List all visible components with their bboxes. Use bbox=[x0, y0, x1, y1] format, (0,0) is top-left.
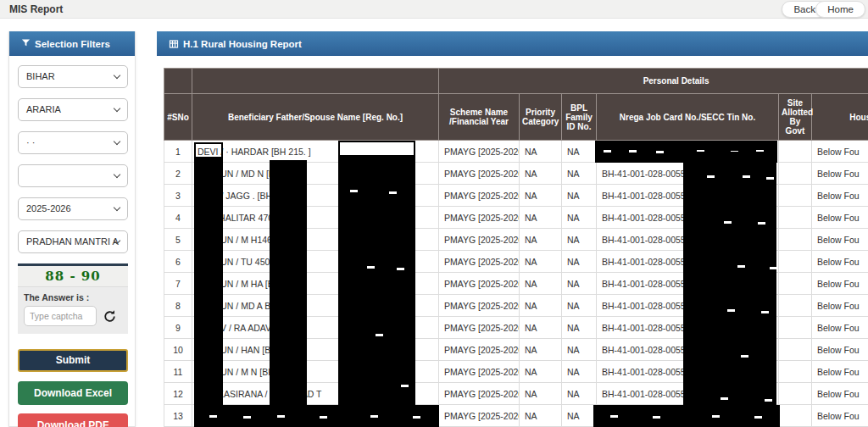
cell-bpl: NA bbox=[562, 229, 597, 251]
cell-scheme: PMAYG [2025-2026] bbox=[439, 383, 520, 405]
cell-sno: 11 bbox=[164, 361, 192, 383]
cell-house: Below Fou bbox=[812, 273, 868, 295]
group-header-personal-details: Personal Details bbox=[439, 69, 868, 94]
cell-site bbox=[779, 207, 812, 229]
cell-scheme: PMAYG [2025-2026] bbox=[439, 295, 520, 317]
cell-bpl: NA bbox=[562, 295, 597, 317]
column-header-row: #SNo Beneficiary Father/Spouse Name [Reg… bbox=[164, 94, 868, 141]
panchayat-select[interactable] bbox=[18, 164, 128, 187]
cell-site bbox=[779, 295, 812, 317]
cell-sno: 2 bbox=[164, 163, 192, 185]
redaction-box bbox=[593, 405, 780, 427]
filter-icon bbox=[21, 38, 31, 49]
cell-scheme: PMAYG [2025-2026] bbox=[439, 405, 520, 427]
cell-scheme: PMAYG [2025-2026] bbox=[439, 339, 520, 361]
submit-button[interactable]: Submit bbox=[18, 349, 128, 372]
redaction-box bbox=[683, 152, 776, 408]
cell-house: Below Fou bbox=[812, 339, 868, 361]
chevron-down-icon bbox=[114, 138, 120, 145]
redaction-outline-box bbox=[338, 141, 415, 157]
scheme-select-value: PRADHAN MANTRI A bbox=[26, 236, 119, 247]
cell-priority: NA bbox=[520, 229, 562, 251]
cell-sno: 6 bbox=[164, 251, 192, 273]
cell-priority: NA bbox=[520, 207, 562, 229]
cell-sno: 9 bbox=[164, 317, 192, 339]
cell-priority: NA bbox=[520, 295, 562, 317]
selection-filters-panel: Selection Filters BIHAR ARARIA · · 2025-… bbox=[8, 31, 136, 427]
cell-sno: 3 bbox=[164, 185, 192, 207]
cell-sno: 1 bbox=[164, 141, 192, 163]
cell-house: Below Fou bbox=[812, 295, 868, 317]
cell-priority: NA bbox=[520, 383, 562, 405]
cell-site bbox=[779, 163, 812, 185]
redaction-box bbox=[338, 156, 415, 427]
cell-bpl: NA bbox=[562, 251, 597, 273]
cell-sno: 13 bbox=[164, 405, 192, 427]
download-excel-button[interactable]: Download Excel bbox=[18, 381, 128, 405]
chevron-down-icon bbox=[114, 204, 120, 211]
district-select-value: ARARIA bbox=[26, 104, 61, 114]
cell-bpl: NA bbox=[562, 339, 597, 361]
captcha-input[interactable] bbox=[24, 306, 97, 326]
refresh-captcha-icon[interactable] bbox=[103, 309, 117, 324]
cell-scheme: PMAYG [2025-2026] bbox=[439, 207, 520, 229]
cell-site bbox=[779, 339, 812, 361]
cell-priority: NA bbox=[520, 185, 562, 207]
state-select-value: BIHAR bbox=[26, 71, 55, 81]
cell-scheme: PMAYG [2025-2026] bbox=[439, 229, 520, 251]
report-title: H.1 Rural Housing Report bbox=[183, 39, 302, 49]
cell-site bbox=[779, 383, 812, 405]
cell-priority: NA bbox=[520, 361, 562, 383]
year-select-value: 2025-2026 bbox=[26, 203, 71, 214]
cell-priority: NA bbox=[520, 405, 562, 427]
top-bar: MIS Report Back Home bbox=[0, 0, 868, 19]
year-select[interactable]: 2025-2026 bbox=[18, 197, 128, 220]
col-header-scheme: Scheme Name /Financial Year bbox=[439, 94, 520, 141]
cell-site bbox=[779, 405, 812, 427]
cell-priority: NA bbox=[520, 251, 562, 273]
cell-house: Below Fou bbox=[812, 163, 868, 185]
selection-filters-header: Selection Filters bbox=[9, 31, 135, 56]
cell-scheme: PMAYG [2025-2026] bbox=[439, 251, 520, 273]
table-grid-icon bbox=[169, 39, 179, 49]
report-header: H.1 Rural Housing Report bbox=[157, 31, 868, 56]
cell-priority: NA bbox=[520, 339, 562, 361]
redaction-box bbox=[194, 405, 439, 427]
cell-house: Below Fou bbox=[812, 361, 868, 383]
cell-house: Below Fou bbox=[812, 207, 868, 229]
cell-site bbox=[779, 141, 812, 163]
download-pdf-button[interactable]: Download PDF bbox=[18, 413, 128, 427]
col-header-sno: #SNo bbox=[164, 94, 192, 141]
cell-sno: 10 bbox=[164, 339, 192, 361]
chevron-down-icon bbox=[114, 72, 120, 79]
captcha-box: 88 - 90 The Answer is : bbox=[18, 263, 128, 334]
cell-scheme: PMAYG [2025-2026] bbox=[439, 185, 520, 207]
chevron-down-icon bbox=[114, 105, 120, 112]
cell-sno: 5 bbox=[164, 229, 192, 251]
cell-site bbox=[779, 185, 812, 207]
cell-bpl: NA bbox=[562, 405, 597, 427]
cell-site bbox=[779, 273, 812, 295]
col-header-bpl: BPL Family ID No. bbox=[562, 94, 597, 141]
cell-house: Below Fou bbox=[812, 383, 868, 405]
cell-house: Below Fou bbox=[812, 405, 868, 427]
home-button[interactable]: Home bbox=[815, 1, 865, 18]
group-header-empty bbox=[164, 69, 192, 94]
state-select[interactable]: BIHAR bbox=[18, 65, 128, 88]
cell-scheme: PMAYG [2025-2026] bbox=[439, 361, 520, 383]
cell-site bbox=[779, 229, 812, 251]
cell-priority: NA bbox=[520, 317, 562, 339]
block-select[interactable]: · · bbox=[18, 131, 128, 154]
scheme-select[interactable]: PRADHAN MANTRI A bbox=[18, 230, 128, 253]
cell-house: Below Fou bbox=[812, 317, 868, 339]
cell-bpl: NA bbox=[562, 361, 597, 383]
page-title: MIS Report bbox=[9, 3, 63, 15]
redaction-box bbox=[194, 158, 223, 427]
district-select[interactable]: ARARIA bbox=[18, 98, 128, 121]
cell-priority: NA bbox=[520, 273, 562, 295]
cell-house: Below Fou bbox=[812, 185, 868, 207]
block-select-value: · · bbox=[26, 137, 35, 147]
redaction-outline-box bbox=[194, 142, 223, 158]
cell-bpl: NA bbox=[562, 383, 597, 405]
cell-scheme: PMAYG [2025-2026] bbox=[439, 163, 520, 185]
